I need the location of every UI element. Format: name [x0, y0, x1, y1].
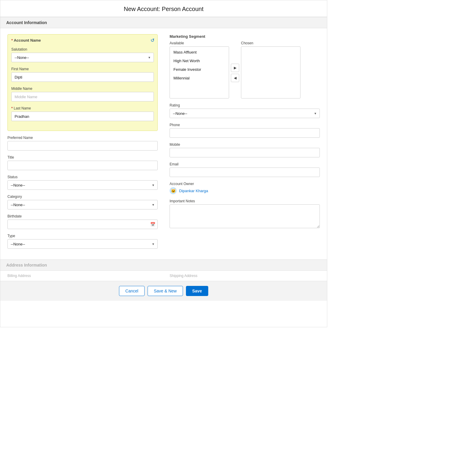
dual-list-arrows: ▶ ◀ — [231, 58, 239, 82]
mobile-label: Mobile — [170, 143, 320, 147]
dual-list-container: Available Mass Affluent High Net Worth F… — [170, 41, 320, 98]
email-label: Email — [170, 162, 320, 166]
middle-name-group: Middle Name — [11, 87, 154, 101]
mobile-group: Mobile — [170, 143, 320, 157]
salutation-group: Salutation --None-- Mr. Ms. Mrs. Dr. Pro… — [11, 47, 154, 62]
preferred-name-label: Preferred Name — [7, 136, 158, 140]
mobile-input[interactable] — [170, 148, 320, 157]
chosen-listbox[interactable] — [241, 46, 300, 98]
birthdate-input[interactable] — [7, 220, 158, 229]
form-columns: ↺ Account Name Salutation --None-- Mr. M… — [7, 34, 320, 253]
birthdate-label: Birthdate — [7, 214, 158, 218]
title-label: Title — [7, 155, 158, 159]
status-group: Status --None-- Active Inactive ▼ — [7, 175, 158, 190]
salutation-select[interactable]: --None-- Mr. Ms. Mrs. Dr. Prof. — [11, 53, 154, 62]
list-item[interactable]: Female Investor — [170, 65, 229, 74]
avatar: 🐱 — [170, 187, 177, 194]
middle-name-label: Middle Name — [11, 87, 154, 91]
rating-group: Rating --None-- Hot Warm Cold ▼ — [170, 103, 320, 118]
rating-select-wrapper: --None-- Hot Warm Cold ▼ — [170, 109, 320, 118]
available-label: Available — [170, 41, 229, 45]
last-name-label: Last Name — [11, 106, 154, 110]
important-notes-label: Important Notes — [170, 199, 320, 203]
last-name-group: Last Name — [11, 106, 154, 121]
phone-label: Phone — [170, 123, 320, 127]
important-notes-textarea[interactable] — [170, 204, 320, 228]
email-group: Email — [170, 162, 320, 177]
form-col-left: ↺ Account Name Salutation --None-- Mr. M… — [7, 34, 158, 253]
important-notes-group: Important Notes — [170, 199, 320, 229]
account-owner-group: Account Owner 🐱 Dipankar Kharga — [170, 182, 320, 194]
chosen-column: Chosen — [241, 41, 300, 98]
available-listbox[interactable]: Mass Affluent High Net Worth Female Inve… — [170, 46, 229, 98]
type-group: Type --None-- Prospect Partner Customer … — [7, 234, 158, 249]
marketing-segment-label: Marketing Segment — [170, 34, 320, 39]
move-left-button[interactable]: ◀ — [231, 74, 239, 82]
salutation-label: Salutation — [11, 47, 154, 51]
reset-icon[interactable]: ↺ — [151, 37, 154, 43]
footer: Cancel Save & New Save — [0, 281, 327, 301]
status-select-wrapper: --None-- Active Inactive ▼ — [7, 180, 158, 190]
rating-label: Rating — [170, 103, 320, 107]
cancel-button[interactable]: Cancel — [119, 286, 145, 296]
form-body: ↺ Account Name Salutation --None-- Mr. M… — [0, 28, 327, 259]
save-button[interactable]: Save — [186, 286, 208, 296]
page-title-bar: New Account: Person Account — [0, 0, 327, 17]
account-owner-label: Account Owner — [170, 182, 320, 186]
title-group: Title — [7, 155, 158, 170]
available-column: Available Mass Affluent High Net Worth F… — [170, 41, 229, 98]
first-name-input[interactable] — [11, 72, 154, 82]
phone-group: Phone — [170, 123, 320, 138]
birthdate-wrapper: 📅 — [7, 220, 158, 229]
title-input[interactable] — [7, 161, 158, 170]
category-select[interactable]: --None-- A B C — [7, 200, 158, 209]
form-col-right: Marketing Segment Available Mass Affluen… — [170, 34, 320, 253]
marketing-segment-section: Marketing Segment Available Mass Affluen… — [170, 34, 320, 98]
first-name-label: First Name — [11, 67, 154, 71]
address-row: Billing Address Shipping Address — [0, 271, 327, 281]
status-select[interactable]: --None-- Active Inactive — [7, 180, 158, 190]
address-information-header: Address Information — [0, 259, 327, 271]
list-item[interactable]: Millennial — [170, 74, 229, 82]
account-owner-name[interactable]: Dipankar Kharga — [179, 189, 208, 193]
category-label: Category — [7, 195, 158, 199]
list-item[interactable]: Mass Affluent — [170, 48, 229, 57]
chosen-label: Chosen — [241, 41, 300, 45]
account-name-label: Account Name — [11, 38, 154, 43]
save-new-button[interactable]: Save & New — [148, 286, 183, 296]
category-group: Category --None-- A B C ▼ — [7, 195, 158, 209]
preferred-name-input[interactable] — [7, 141, 158, 151]
account-information-header: Account Information — [0, 17, 327, 28]
account-name-group: Account Name — [11, 38, 154, 43]
category-select-wrapper: --None-- A B C ▼ — [7, 200, 158, 209]
shipping-address-label: Shipping Address — [170, 274, 320, 278]
type-select-wrapper: --None-- Prospect Partner Customer ▼ — [7, 239, 158, 249]
preferred-name-group: Preferred Name — [7, 136, 158, 151]
billing-address-label: Billing Address — [7, 274, 158, 278]
account-name-box: ↺ Account Name Salutation --None-- Mr. M… — [7, 34, 158, 131]
salutation-select-wrapper: --None-- Mr. Ms. Mrs. Dr. Prof. ▼ — [11, 53, 154, 62]
birthdate-group: Birthdate 📅 — [7, 214, 158, 229]
rating-select[interactable]: --None-- Hot Warm Cold — [170, 109, 320, 118]
first-name-group: First Name — [11, 67, 154, 82]
list-item[interactable]: High Net Worth — [170, 57, 229, 65]
email-input[interactable] — [170, 167, 320, 177]
account-owner-row: 🐱 Dipankar Kharga — [170, 187, 320, 194]
type-label: Type — [7, 234, 158, 238]
middle-name-input[interactable] — [11, 92, 154, 101]
last-name-input[interactable] — [11, 112, 154, 121]
type-select[interactable]: --None-- Prospect Partner Customer — [7, 239, 158, 249]
phone-input[interactable] — [170, 128, 320, 138]
status-label: Status — [7, 175, 158, 179]
move-right-button[interactable]: ▶ — [231, 64, 239, 72]
page-title: New Account: Person Account — [6, 6, 321, 12]
